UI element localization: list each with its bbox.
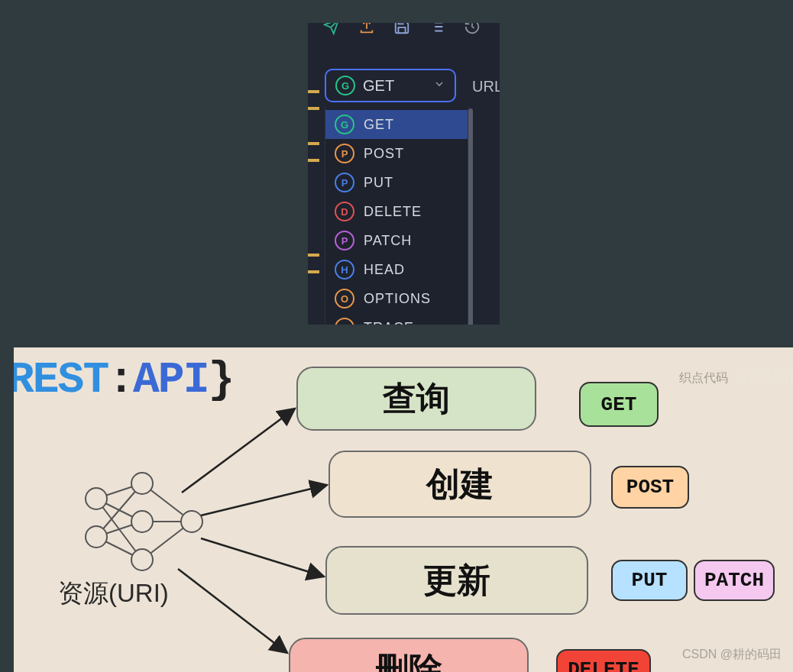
method-option-post[interactable]: PPOST xyxy=(325,139,468,168)
method-option-label: PUT xyxy=(364,175,393,191)
method-option-label: PATCH xyxy=(364,233,412,249)
method-select-label: GET xyxy=(363,77,433,95)
svg-line-17 xyxy=(201,538,324,577)
svg-point-11 xyxy=(131,473,153,494)
channel-label: 织点代码 xyxy=(679,370,728,386)
method-badge-icon: P xyxy=(335,144,354,163)
http-method-badge: DELETE xyxy=(556,649,651,672)
operation-box: 创建 xyxy=(329,451,591,518)
diagram-title: REST:API} xyxy=(14,355,233,405)
method-badge-icon: G xyxy=(335,76,355,95)
method-select[interactable]: G GET xyxy=(325,69,456,102)
method-badge-icon: H xyxy=(335,260,354,279)
svg-point-9 xyxy=(86,488,107,509)
bilibili-logo: bilibili xyxy=(737,363,793,389)
csdn-watermark: CSDN @耕的码田 xyxy=(682,647,782,663)
http-method-badge: GET xyxy=(579,382,659,427)
upload-icon[interactable] xyxy=(358,23,375,38)
operation-box: 删除 xyxy=(289,638,529,672)
method-option-label: DELETE xyxy=(364,204,422,220)
save-icon[interactable] xyxy=(393,23,410,38)
method-option-label: HEAD xyxy=(364,262,405,278)
method-option-get[interactable]: GGET xyxy=(325,110,468,139)
method-badge-icon: P xyxy=(335,173,354,192)
svg-point-14 xyxy=(181,511,202,532)
http-method-badge: PATCH xyxy=(694,560,775,601)
svg-point-13 xyxy=(131,549,153,570)
operation-box: 查询 xyxy=(296,367,536,431)
method-badge-icon: P xyxy=(335,231,354,250)
method-badge-icon: O xyxy=(335,289,354,309)
rest-api-diagram: REST:API} 织点代码 bilibili 资源(URI) xyxy=(14,347,793,672)
http-method-badge: PUT xyxy=(611,560,688,601)
method-dropdown: GGETPPOSTPPUTDDELETEPPATCHHHEADOOPTIONST… xyxy=(325,107,468,325)
history-icon[interactable] xyxy=(464,23,481,38)
method-option-label: TRACE xyxy=(364,320,414,325)
method-option-label: GET xyxy=(364,117,394,133)
method-option-options[interactable]: OOPTIONS xyxy=(325,284,468,313)
list-icon[interactable] xyxy=(429,23,445,38)
resource-graph-icon xyxy=(73,468,211,575)
method-option-put[interactable]: PPUT xyxy=(325,168,468,197)
method-option-head[interactable]: HHEAD xyxy=(325,255,468,284)
chevron-down-icon xyxy=(433,78,445,93)
dropdown-scrollbar[interactable] xyxy=(468,108,473,325)
http-method-badge: POST xyxy=(611,466,689,509)
svg-point-10 xyxy=(86,526,107,548)
toolbar xyxy=(323,23,481,38)
svg-point-12 xyxy=(131,511,153,532)
api-client-panel: G GET URL GGETPPOSTPPUTDDELETEPPATCHHHEA… xyxy=(308,23,500,325)
svg-line-18 xyxy=(178,569,287,653)
method-option-label: POST xyxy=(364,146,404,162)
url-label: URL xyxy=(472,78,500,95)
svg-line-16 xyxy=(201,485,327,515)
method-badge-icon: D xyxy=(335,202,354,221)
method-option-delete[interactable]: DDELETE xyxy=(325,197,468,226)
method-badge-icon: T xyxy=(335,318,354,325)
operation-box: 更新 xyxy=(325,546,588,615)
method-option-trace[interactable]: TTRACE xyxy=(325,313,468,325)
resource-label: 资源(URI) xyxy=(58,577,169,611)
method-option-label: OPTIONS xyxy=(364,291,431,307)
send-icon[interactable] xyxy=(323,23,340,38)
method-option-patch[interactable]: PPATCH xyxy=(325,226,468,255)
method-badge-icon: G xyxy=(335,115,354,134)
